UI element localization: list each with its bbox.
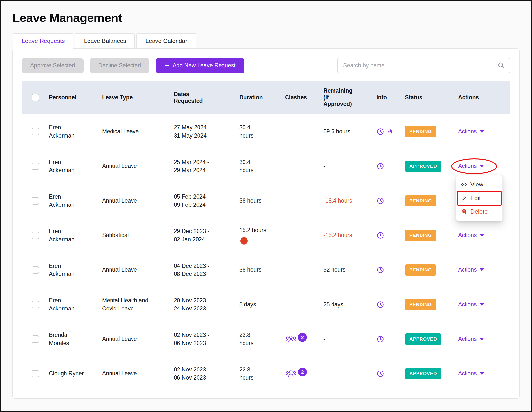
cell-status: PENDING: [405, 299, 458, 310]
actions-button[interactable]: Actions: [458, 370, 484, 377]
table-row: Brenda Morales Annual Leave 02 Nov 2023 …: [22, 322, 510, 356]
actions-dropdown-menu: View Edit Delete: [456, 175, 503, 221]
cell-personnel: Clough Ryner: [49, 370, 102, 378]
cell-dates: 05 Feb 2024 -09 Feb 2024: [174, 193, 239, 209]
row-checkbox[interactable]: [32, 128, 39, 135]
cell-remaining: 52 hours: [323, 266, 377, 274]
col-header-duration: Duration: [239, 94, 285, 101]
select-all-checkbox[interactable]: [32, 94, 39, 101]
chevron-down-icon: [480, 372, 484, 375]
table-header-row: Personnel Leave Type Dates Requested Dur…: [22, 81, 510, 114]
cell-leave-type: Annual Leave: [102, 162, 174, 170]
clock-icon[interactable]: [377, 301, 384, 309]
cell-personnel: Eren Ackerman: [49, 193, 102, 209]
clash-count-badge: 2: [298, 333, 307, 342]
table-row: Eren Ackerman Annual Leave 04 Dec 2023 -…: [22, 253, 510, 287]
tab-label: Leave Requests: [22, 38, 65, 44]
cell-remaining: 69.6 hours: [323, 127, 377, 136]
clock-icon[interactable]: [377, 370, 384, 378]
clash-indicator[interactable]: 2: [285, 335, 321, 344]
people-group-icon: [285, 335, 297, 343]
actions-button[interactable]: Actions: [458, 267, 484, 273]
actions-button[interactable]: Actions: [458, 232, 484, 239]
plane-icon[interactable]: ✈: [387, 126, 395, 138]
col-header-remaining: Remaining (If Approved): [323, 87, 377, 107]
tab-leave-calendar[interactable]: Leave Calendar: [136, 33, 196, 49]
trash-icon: [461, 208, 467, 215]
menu-item-delete[interactable]: Delete: [456, 205, 502, 219]
cell-actions: Actions: [458, 370, 510, 378]
cell-status: APPROVED: [405, 368, 458, 379]
cell-leave-type: Medical Leave: [102, 127, 174, 136]
menu-item-edit[interactable]: Edit: [456, 191, 502, 205]
cell-duration: 22.8hours: [239, 331, 285, 348]
cell-actions: Actions: [458, 127, 510, 136]
pencil-icon: [461, 195, 467, 201]
menu-item-label: Delete: [470, 207, 488, 216]
menu-item-view[interactable]: View: [456, 178, 502, 191]
row-checkbox[interactable]: [32, 197, 39, 205]
col-header-actions: Actions: [458, 94, 510, 101]
decline-selected-button[interactable]: Decline Selected: [90, 58, 150, 73]
cell-personnel: Eren Ackerman: [49, 262, 102, 278]
cell-leave-type: Sabbatical: [102, 231, 174, 239]
row-checkbox[interactable]: [32, 232, 39, 239]
status-badge: PENDING: [405, 299, 436, 310]
actions-button[interactable]: Actions: [458, 336, 484, 342]
actions-button[interactable]: Actions: [458, 301, 484, 308]
cell-remaining: -: [323, 162, 377, 170]
tab-leave-requests[interactable]: Leave Requests: [13, 33, 73, 49]
cell-remaining: -: [323, 370, 377, 378]
eye-icon: [461, 181, 467, 188]
clock-icon[interactable]: [377, 266, 384, 274]
table-row: Eren Ackerman Sabbatical 29 Dec 2023 -02…: [22, 218, 510, 253]
col-header-info: Info: [377, 94, 405, 101]
cell-dates: 27 May 2024 -31 May 2024: [174, 124, 239, 140]
actions-button[interactable]: Actions: [458, 128, 484, 135]
clock-icon[interactable]: [377, 128, 384, 136]
status-badge: APPROVED: [405, 333, 441, 345]
leave-requests-panel: Approve Selected Decline Selected + Add …: [12, 48, 520, 399]
cell-remaining: -18.4 hours: [323, 197, 377, 205]
cell-leave-type: Mental Health and Covid Leave: [102, 296, 174, 313]
chevron-down-icon: [480, 338, 484, 340]
approve-selected-button[interactable]: Approve Selected: [22, 58, 84, 73]
leave-management-page: Leave Management Leave Requests Leave Ba…: [1, 1, 531, 399]
cell-personnel: Eren Ackerman: [49, 158, 102, 175]
cell-info: [377, 197, 405, 205]
row-checkbox[interactable]: [32, 370, 39, 377]
clock-icon[interactable]: [377, 231, 384, 239]
cell-dates: 02 Nov 2023 -06 Nov 2023: [174, 331, 239, 348]
tab-label: Leave Calendar: [145, 38, 187, 44]
col-header-leave-type: Leave Type: [102, 94, 174, 101]
clock-icon[interactable]: [377, 162, 384, 170]
search-input[interactable]: [343, 62, 497, 69]
clock-icon[interactable]: [377, 335, 384, 343]
status-badge: APPROVED: [405, 368, 441, 379]
magnifier-icon: [497, 62, 505, 69]
plus-icon: +: [165, 62, 169, 69]
status-badge: PENDING: [405, 230, 436, 241]
row-checkbox[interactable]: [32, 266, 39, 274]
tab-leave-balances[interactable]: Leave Balances: [75, 33, 135, 49]
table-row: Eren Ackerman Annual Leave 05 Feb 2024 -…: [22, 184, 510, 218]
status-badge: PENDING: [405, 264, 436, 276]
cell-duration: 22.8hours: [239, 366, 285, 382]
cell-info: [377, 301, 405, 309]
clock-icon[interactable]: [377, 197, 384, 205]
row-checkbox[interactable]: [32, 163, 39, 170]
add-new-leave-request-button[interactable]: + Add New Leave Request: [156, 58, 244, 73]
cell-info: [377, 231, 405, 239]
col-header-clashes: Clashes: [285, 94, 323, 101]
row-checkbox[interactable]: [32, 335, 39, 343]
cell-actions: Actions: [458, 300, 510, 309]
actions-button[interactable]: Actions: [458, 163, 484, 169]
cell-personnel: Eren Ackerman: [49, 296, 102, 313]
clash-indicator[interactable]: 2: [285, 369, 321, 378]
row-checkbox[interactable]: [32, 301, 39, 308]
cell-actions: Actions: [458, 231, 510, 239]
cell-leave-type: Annual Leave: [102, 335, 174, 343]
tab-label: Leave Balances: [84, 38, 126, 44]
cell-clashes: 2: [285, 335, 323, 344]
table-row: Eren Ackerman Mental Health and Covid Le…: [22, 287, 510, 322]
